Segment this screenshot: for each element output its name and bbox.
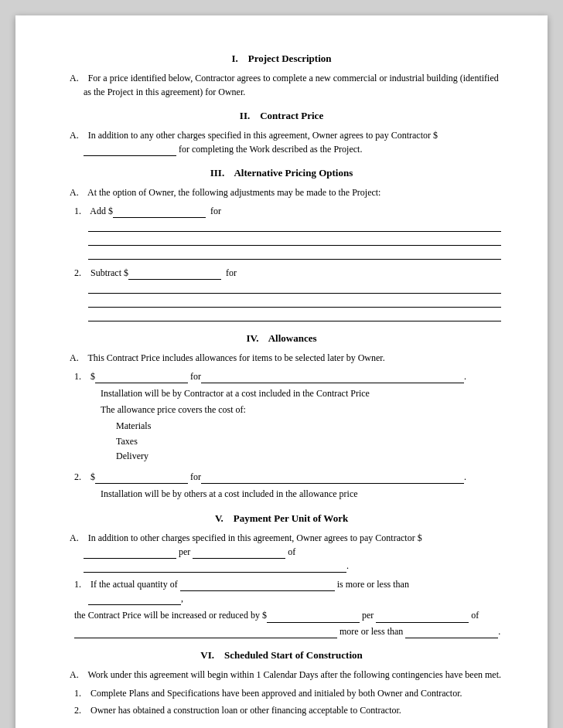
section-6-number: VI.	[200, 649, 214, 661]
item-a-label-2: A.	[70, 130, 79, 141]
section-3-number: III.	[210, 167, 224, 179]
section-3-heading: III. Alternative Pricing Options	[62, 167, 501, 179]
more-less-field	[88, 594, 181, 605]
item-a-text-p1: In addition to any other charges specifi…	[88, 130, 438, 141]
item-2-text-6: Owner has obtained a construction loan o…	[90, 705, 401, 716]
section-5-item-1-last: more or less than .	[62, 624, 501, 638]
section-6-title: Scheduled Start of Construction	[224, 649, 363, 661]
add-line-2	[88, 235, 501, 246]
item-1-text: Add $	[90, 206, 113, 216]
add-amount-field	[113, 207, 206, 218]
document-page: I. Project Description A. For a price id…	[15, 15, 548, 728]
allow-for-2: for	[190, 471, 201, 482]
period-2: .	[464, 471, 466, 482]
section-4: IV. Allowances A. This Contract Price in…	[62, 332, 501, 502]
item-a-label-3: A.	[70, 187, 79, 198]
quantity-field	[180, 580, 335, 591]
payment-unit-per	[193, 548, 285, 559]
payment-unit-of	[84, 562, 346, 573]
installation-line-2: Installation will be by others at a cost…	[101, 487, 501, 502]
allowance-2-sub: Installation will be by others at a cost…	[62, 487, 501, 502]
item-a-text-3: At the option of Owner, the following ad…	[87, 187, 380, 198]
item-1-number: 1.	[74, 206, 81, 216]
section-3-item-1: 1. Add $ for	[62, 204, 501, 218]
taxes-item: Taxes	[116, 434, 501, 449]
item-1-per-5: per	[362, 610, 374, 621]
section-6-heading: VI. Scheduled Start of Construction	[62, 649, 501, 662]
materials-item: Materials	[116, 419, 501, 434]
section-5: V. Payment Per Unit of Work A. In additi…	[62, 512, 501, 638]
section-2-item-a: A. In addition to any other charges spec…	[62, 128, 501, 156]
item-1-text-5-p3: the Contract Price will be increased or …	[74, 610, 267, 621]
item-a-text-4: This Contract Price includes allowances …	[87, 352, 384, 363]
final-line-field	[74, 628, 337, 638]
section-1: I. Project Description A. For a price id…	[62, 53, 501, 99]
item-a-of-5: of	[288, 546, 295, 557]
section-4-title: Allowances	[268, 332, 317, 344]
section-5-item-1-cont: the Contract Price will be increased or …	[62, 608, 501, 623]
section-1-item-a: A. For a price identified below, Contrac…	[62, 71, 501, 99]
section-4-item-2: 2. $ for.	[62, 470, 501, 484]
item-2-number-6: 2.	[74, 705, 81, 716]
item-a-label-4: A.	[70, 352, 79, 363]
item-1-text-5-p4: more or less than	[340, 624, 403, 638]
section-4-item-1: 1. $ for.	[62, 369, 501, 383]
allowance-sub-items: Materials Taxes Delivery	[101, 419, 501, 464]
item-1-text-5-p2: is more or less than	[337, 579, 409, 590]
section-5-item-1: 1. If the actual quantity of is more or …	[62, 577, 501, 605]
item-1-for: for	[208, 206, 221, 216]
item-a-text: For a price identified below, Contractor…	[84, 73, 499, 97]
contract-price-field	[84, 145, 176, 156]
section-3-title: Alternative Pricing Options	[234, 167, 353, 179]
per-unit-field	[376, 612, 469, 623]
item-a-text-6: Work under this agreement will begin wit…	[87, 669, 501, 680]
item-1-number-6: 1.	[74, 688, 81, 699]
installation-line-1: Installation will be by Contractor at a …	[101, 386, 501, 401]
section-2-heading: II. Contract Price	[62, 110, 501, 122]
section-3-item-2: 2. Subtract $ for	[62, 266, 501, 280]
subtract-line-1	[88, 283, 501, 294]
section-6: VI. Scheduled Start of Construction A. W…	[62, 649, 501, 717]
section-4-number: IV.	[246, 332, 258, 344]
item-2-number: 2.	[74, 267, 81, 278]
item-a-text-5-p1: In addition to other charges specified i…	[88, 532, 422, 543]
reduce-dollar-field	[267, 612, 360, 623]
section-2: II. Contract Price A. In addition to any…	[62, 110, 501, 156]
item-a-label-6: A.	[70, 669, 79, 680]
allowance-desc-1	[201, 373, 464, 383]
last-more-less-field	[405, 628, 498, 638]
item-1-of-5: of	[471, 610, 479, 621]
subtract-amount-field	[128, 269, 221, 280]
add-lines	[88, 221, 501, 260]
item-1-text-5-p1: If the actual quantity of	[90, 579, 178, 590]
subtract-line-3	[88, 311, 501, 321]
item-a-per-5: per	[179, 546, 190, 557]
subtract-lines	[88, 283, 501, 321]
section-4-item-a: A. This Contract Price includes allowanc…	[62, 351, 501, 365]
section-5-title: Payment Per Unit of Work	[234, 512, 348, 524]
section-6-item-a: A. Work under this agreement will begin …	[62, 668, 501, 682]
section-3-item-a: A. At the option of Owner, the following…	[62, 185, 501, 199]
item-1-text-6: Complete Plans and Specifications have b…	[90, 688, 462, 699]
allow-item-1-number: 1.	[74, 371, 81, 382]
item-2-text: Subtract $	[90, 267, 128, 278]
section-2-number: II.	[240, 110, 250, 121]
item-1-number-5: 1.	[74, 579, 81, 590]
item-a-label: A.	[70, 73, 79, 83]
period-1: .	[464, 371, 466, 382]
add-line-3	[88, 249, 501, 260]
allowance-amount-1	[95, 373, 188, 383]
item-2-for: for	[223, 267, 237, 278]
section-2-title: Contract Price	[260, 110, 323, 121]
section-4-heading: IV. Allowances	[62, 332, 501, 345]
section-1-title: Project Description	[248, 53, 332, 64]
allowance-1-sub: Installation will be by Contractor at a …	[62, 386, 501, 464]
section-1-number: I.	[231, 53, 237, 64]
allowance-covers-line: The allowance price covers the cost of:	[101, 403, 501, 417]
section-3: III. Alternative Pricing Options A. At t…	[62, 167, 501, 321]
subtract-line-2	[88, 297, 501, 308]
item-a-text-p2: for completing the Work described as the…	[176, 144, 362, 155]
section-1-heading: I. Project Description	[62, 53, 501, 65]
section-6-item-1: 1. Complete Plans and Specifications hav…	[62, 686, 501, 700]
section-6-item-2: 2. Owner has obtained a construction loa…	[62, 703, 501, 717]
